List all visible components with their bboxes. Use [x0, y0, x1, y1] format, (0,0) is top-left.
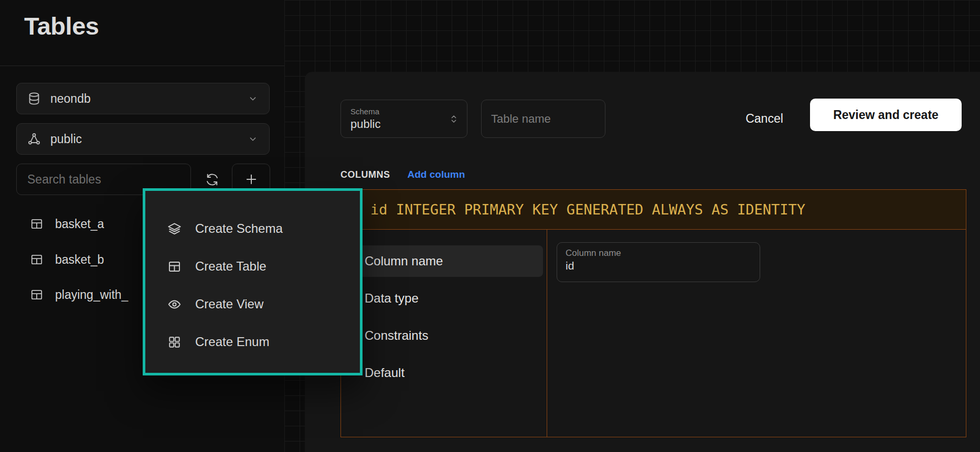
- tab-constraints[interactable]: Constraints: [345, 320, 543, 351]
- create-dropdown-menu: Create Schema Create Table Create View: [143, 188, 363, 375]
- table-icon: [30, 253, 44, 266]
- add-column-link[interactable]: Add column: [408, 169, 465, 180]
- column-settings-body: Column name Data type Constraints Defaul…: [341, 230, 966, 437]
- sidebar-divider: [0, 66, 284, 66]
- tab-label: Default: [365, 365, 404, 380]
- database-select-value: neondb: [50, 92, 91, 106]
- columns-heading: COLUMNS: [340, 169, 390, 180]
- review-and-create-button[interactable]: Review and create: [810, 99, 962, 131]
- plus-icon: [244, 172, 259, 187]
- menu-item-label: Create Schema: [195, 221, 283, 236]
- table-icon: [167, 260, 182, 274]
- tab-label: Constraints: [365, 328, 428, 343]
- chevron-down-icon: [247, 93, 259, 104]
- tab-data-type[interactable]: Data type: [345, 283, 543, 314]
- create-table-panel: Schema public Cancel Review and create C…: [305, 72, 980, 452]
- menu-item-label: Create Enum: [195, 335, 269, 349]
- table-icon: [30, 288, 44, 302]
- tab-default[interactable]: Default: [345, 357, 543, 389]
- menu-item-create-view[interactable]: Create View: [145, 285, 360, 323]
- table-name: basket_b: [55, 253, 104, 267]
- column-sql-text: id INTEGER PRIMARY KEY GENERATED ALWAYS …: [370, 201, 805, 218]
- refresh-icon: [205, 173, 219, 187]
- sidebar-title: Tables: [24, 12, 99, 40]
- schema-select-value: public: [50, 132, 82, 146]
- database-icon: [27, 92, 41, 105]
- tab-label: Data type: [365, 291, 419, 306]
- menu-item-create-enum[interactable]: Create Enum: [145, 323, 360, 361]
- tab-column-name[interactable]: Column name: [345, 245, 543, 277]
- layers-icon: [167, 222, 182, 236]
- column-detail-panel: Column name: [547, 230, 966, 437]
- column-sql-row[interactable]: id INTEGER PRIMARY KEY GENERATED ALWAYS …: [341, 190, 966, 230]
- database-select[interactable]: neondb: [16, 83, 270, 114]
- schema-select[interactable]: public: [16, 123, 270, 155]
- table-icon: [30, 217, 44, 231]
- schema-field[interactable]: Schema public: [340, 100, 467, 138]
- column-name-field-label: Column name: [566, 248, 751, 259]
- column-name-field[interactable]: Column name: [557, 242, 760, 282]
- chevron-down-icon: [247, 133, 259, 145]
- table-name: playing_with_: [55, 288, 128, 302]
- table-name: basket_a: [55, 217, 104, 231]
- grid-icon: [167, 335, 182, 349]
- table-name-input[interactable]: [481, 100, 605, 138]
- schema-icon: [27, 132, 41, 146]
- column-definition-box: id INTEGER PRIMARY KEY GENERATED ALWAYS …: [340, 189, 966, 437]
- column-name-input[interactable]: [566, 260, 751, 272]
- menu-item-label: Create View: [195, 297, 263, 311]
- menu-item-create-schema[interactable]: Create Schema: [145, 210, 360, 247]
- app-root: Tables neondb public: [0, 0, 980, 452]
- menu-item-label: Create Table: [195, 259, 267, 274]
- tab-label: Column name: [365, 254, 443, 268]
- column-settings-tabs: Column name Data type Constraints Defaul…: [341, 230, 547, 437]
- menu-item-create-table[interactable]: Create Table: [145, 247, 360, 285]
- view-icon: [167, 297, 182, 311]
- columns-header-row: COLUMNS Add column: [340, 169, 465, 180]
- chevrons-up-down-icon: [448, 113, 460, 125]
- cancel-button[interactable]: Cancel: [728, 100, 801, 138]
